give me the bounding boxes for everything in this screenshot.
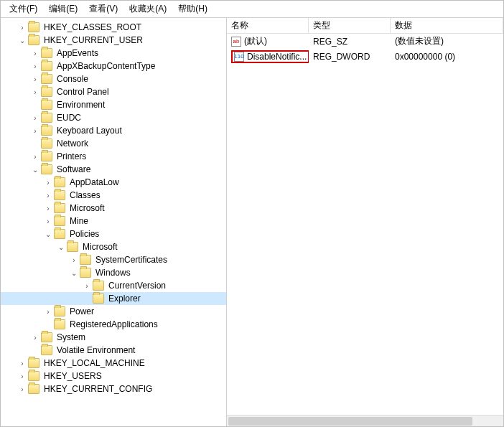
tree-node[interactable]: ›Keyboard Layout <box>1 124 226 137</box>
tree-node-label: RegisteredApplications <box>68 319 159 329</box>
folder-icon <box>54 306 65 316</box>
menu-help[interactable]: 帮助(H) <box>172 1 213 17</box>
tree-node[interactable]: ›Console <box>1 72 226 85</box>
folder-icon <box>28 22 39 32</box>
chevron-right-icon[interactable]: › <box>42 217 54 225</box>
chevron-right-icon[interactable]: › <box>42 308 54 316</box>
cell-name: ab(默认) <box>227 35 309 47</box>
chevron-down-icon[interactable]: ⌄ <box>29 166 41 174</box>
chevron-right-icon[interactable]: › <box>29 153 41 161</box>
tree-node[interactable]: ›CurrentVersion <box>1 279 226 292</box>
tree-node[interactable]: ›AppDataLow <box>1 176 226 189</box>
chevron-right-icon[interactable]: › <box>29 62 41 70</box>
chevron-down-icon[interactable]: ⌄ <box>17 37 28 44</box>
tree-node[interactable]: ›HKEY_LOCAL_MACHINE <box>1 357 226 370</box>
tree-node-label: Console <box>55 74 90 84</box>
chevron-right-icon[interactable]: › <box>42 179 54 187</box>
string-value-icon: ab <box>231 37 241 47</box>
cell-type: REG_SZ <box>309 37 391 47</box>
chevron-right-icon[interactable]: › <box>81 282 93 290</box>
tree-node-label: EUDC <box>55 113 83 123</box>
tree-node[interactable]: ⌄Windows <box>1 266 226 279</box>
menu-favorites[interactable]: 收藏夹(A) <box>123 1 172 17</box>
content-split: ›HKEY_CLASSES_ROOT⌄HKEY_CURRENT_USER›App… <box>1 18 503 426</box>
list-row[interactable]: 110DisableNotific...REG_DWORD0x00000000 … <box>227 49 503 64</box>
tree-node[interactable]: ›Microsoft <box>1 202 226 215</box>
chevron-right-icon[interactable]: › <box>42 205 54 212</box>
chevron-right-icon[interactable]: › <box>29 114 41 122</box>
tree-node-label: System <box>55 332 87 342</box>
folder-icon <box>28 371 39 381</box>
horizontal-scrollbar-thumb[interactable] <box>228 417 472 426</box>
folder-icon <box>28 384 39 394</box>
value-name-text: DisableNotific... <box>247 52 307 62</box>
highlighted-value: 110DisableNotific... <box>231 50 309 63</box>
tree-node[interactable]: ›Control Panel <box>1 85 226 98</box>
tree-node-label: Power <box>68 306 95 316</box>
chevron-right-icon[interactable]: › <box>17 360 28 367</box>
menu-edit[interactable]: 编辑(E) <box>43 1 83 17</box>
folder-icon <box>41 332 52 342</box>
list-row[interactable]: ab(默认)REG_SZ(数值未设置) <box>227 34 503 49</box>
chevron-right-icon[interactable]: › <box>29 127 41 135</box>
tree-node[interactable]: ›Classes <box>1 189 226 202</box>
tree-node[interactable]: ›Network <box>1 137 226 150</box>
horizontal-scrollbar[interactable] <box>227 415 503 426</box>
col-header-data[interactable]: 数据 <box>391 18 503 33</box>
tree-node[interactable]: ⌄Software <box>1 163 226 176</box>
chevron-down-icon[interactable]: ⌄ <box>55 243 67 251</box>
dword-value-icon: 110 <box>234 52 244 62</box>
tree-node[interactable]: ›Printers <box>1 150 226 163</box>
tree-node[interactable]: ›AppEvents <box>1 47 226 60</box>
folder-icon <box>54 319 65 329</box>
chevron-down-icon[interactable]: ⌄ <box>42 230 54 238</box>
col-header-name[interactable]: 名称 <box>227 18 309 33</box>
tree-node-label: Printers <box>55 151 88 161</box>
tree-node[interactable]: ›Explorer <box>1 292 226 305</box>
tree-node[interactable]: ›RegisteredApplications <box>1 318 226 331</box>
tree-node[interactable]: ›HKEY_CURRENT_CONFIG <box>1 383 226 395</box>
tree-node[interactable]: ›SystemCertificates <box>1 253 226 266</box>
tree-node-label: Classes <box>68 190 102 200</box>
tree-node[interactable]: ›Power <box>1 305 226 318</box>
cell-name: 110DisableNotific... <box>227 50 309 63</box>
chevron-right-icon[interactable]: › <box>17 24 28 32</box>
tree-node-label: Control Panel <box>55 87 111 97</box>
tree-node-label: HKEY_CURRENT_CONFIG <box>42 384 154 394</box>
tree-node[interactable]: ›EUDC <box>1 111 226 124</box>
chevron-right-icon[interactable]: › <box>17 372 28 380</box>
chevron-right-icon[interactable]: › <box>29 75 41 83</box>
folder-icon <box>54 216 65 226</box>
tree-node[interactable]: ›Mine <box>1 215 226 227</box>
chevron-right-icon[interactable]: › <box>42 192 54 200</box>
cell-data: 0x00000000 (0) <box>391 52 503 62</box>
tree-node[interactable]: ›System <box>1 331 226 344</box>
tree-node-label: HKEY_CURRENT_USER <box>42 35 144 45</box>
value-name-text: (默认) <box>244 35 267 47</box>
tree-node-label: CurrentVersion <box>107 281 167 291</box>
menu-view[interactable]: 查看(V) <box>83 1 123 17</box>
menu-file[interactable]: 文件(F) <box>4 1 43 17</box>
chevron-right-icon[interactable]: › <box>68 256 80 264</box>
tree-node[interactable]: ›Volatile Environment <box>1 344 226 357</box>
tree-node-label: SystemCertificates <box>94 255 169 265</box>
col-header-type[interactable]: 类型 <box>309 18 391 33</box>
registry-tree-pane[interactable]: ›HKEY_CLASSES_ROOT⌄HKEY_CURRENT_USER›App… <box>1 18 227 426</box>
chevron-right-icon[interactable]: › <box>17 385 28 393</box>
tree-node-label: AppXBackupContentType <box>55 61 157 71</box>
chevron-right-icon[interactable]: › <box>29 334 41 342</box>
chevron-right-icon[interactable]: › <box>29 88 41 96</box>
folder-icon <box>41 164 52 174</box>
tree-node[interactable]: ›HKEY_CLASSES_ROOT <box>1 21 226 34</box>
tree-node[interactable]: ⌄Policies <box>1 227 226 240</box>
tree-node[interactable]: ⌄HKEY_CURRENT_USER <box>1 34 226 47</box>
chevron-down-icon[interactable]: ⌄ <box>68 269 80 277</box>
tree-node[interactable]: ›AppXBackupContentType <box>1 60 226 72</box>
cell-type: REG_DWORD <box>309 52 391 62</box>
tree-node[interactable]: ›HKEY_USERS <box>1 370 226 383</box>
chevron-right-icon[interactable]: › <box>29 50 41 57</box>
tree-node[interactable]: ⌄Microsoft <box>1 240 226 253</box>
tree-node-label: Microsoft <box>81 242 119 252</box>
folder-icon <box>54 203 65 213</box>
tree-node[interactable]: ›Environment <box>1 98 226 111</box>
